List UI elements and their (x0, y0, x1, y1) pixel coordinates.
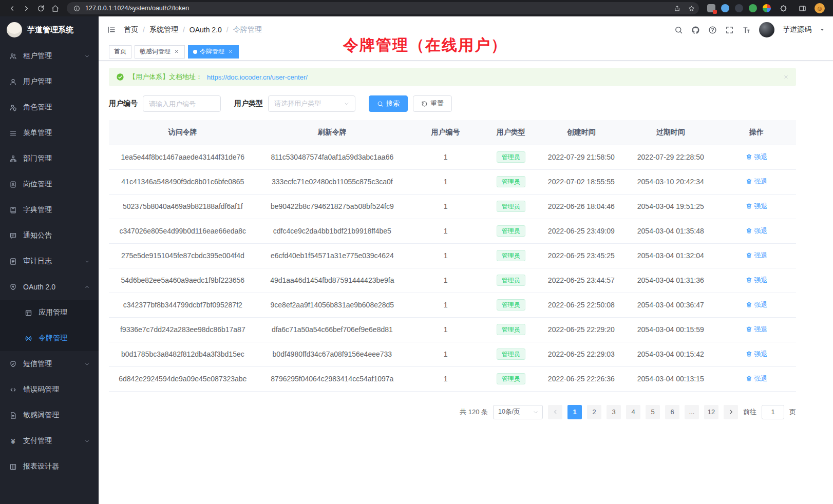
user-type-badge: 管理员 (497, 225, 525, 237)
search-icon[interactable] (674, 26, 683, 34)
breadcrumb-separator: / (226, 26, 229, 34)
share-icon[interactable] (671, 3, 683, 14)
sidebar-item-dept[interactable]: 部门管理 (0, 146, 99, 171)
extension-icon[interactable] (721, 4, 729, 12)
delete-icon (746, 326, 752, 333)
caret-down-icon[interactable] (820, 27, 825, 32)
user-type-cell: 管理员 (483, 293, 538, 317)
filter-bar: 用户编号 用户类型 请选择用户类型 搜索 重置 (109, 95, 796, 112)
page-button-5[interactable]: 5 (646, 405, 660, 419)
sidebar-item-post[interactable]: 岗位管理 (0, 171, 99, 197)
table-header-row: 访问令牌刷新令牌用户编号用户类型创建时间过期时间操作 (109, 120, 796, 145)
site-info-icon[interactable] (71, 3, 82, 14)
created-time-cell: 2022-06-25 22:29:03 (538, 342, 624, 366)
user-type-select[interactable]: 请选择用户类型 (268, 95, 355, 112)
column-header: 过期时间 (624, 120, 717, 145)
tab-label: 敏感词管理 (140, 47, 171, 56)
extension-icon[interactable] (763, 4, 771, 12)
sidebar-item-dict[interactable]: 字典管理 (0, 197, 99, 223)
extension-icon[interactable] (735, 4, 743, 12)
sidebar-item-label: 菜单管理 (23, 128, 52, 138)
breadcrumb-item[interactable]: 首页 (124, 25, 138, 34)
fullscreen-icon[interactable] (725, 26, 734, 34)
created-time-cell: 2022-06-25 23:45:25 (538, 243, 624, 268)
page-size-select[interactable]: 10条/页 (493, 405, 543, 419)
font-size-icon[interactable] (742, 26, 751, 34)
back-icon[interactable] (5, 2, 18, 15)
column-header: 用户编号 (408, 120, 483, 145)
next-page-button[interactable] (724, 405, 738, 419)
search-button[interactable]: 搜索 (369, 95, 408, 112)
tab-sensitive-word[interactable]: 敏感词管理 (135, 45, 185, 59)
user-name[interactable]: 芋道源码 (783, 25, 811, 34)
force-logout-button[interactable]: 强退 (746, 374, 768, 383)
more-pages-button[interactable]: ... (685, 405, 699, 419)
action-cell: 强退 (717, 169, 796, 194)
breadcrumb-item[interactable]: OAuth 2.0 (190, 26, 222, 34)
force-logout-button[interactable]: 强退 (746, 276, 768, 285)
chevron-down-icon (344, 101, 350, 107)
reload-icon[interactable] (34, 2, 47, 15)
help-icon[interactable] (708, 26, 717, 34)
action-cell: 强退 (717, 293, 796, 317)
bookmark-star-icon[interactable] (686, 3, 697, 14)
sidebar-item-user[interactable]: 用户管理 (0, 69, 99, 94)
search-icon (377, 101, 384, 107)
page-button-6[interactable]: 6 (665, 405, 679, 419)
tab-token[interactable]: 令牌管理 (188, 45, 239, 59)
sidebar-item-sensitive-word[interactable]: 敏感词管理 (0, 402, 99, 428)
user-avatar[interactable] (759, 22, 774, 37)
sidebar-item-oauth2-token[interactable]: 令牌管理 (0, 325, 99, 351)
user-id-input[interactable] (143, 95, 221, 112)
force-logout-button[interactable]: 强退 (746, 226, 768, 236)
forward-icon[interactable] (20, 2, 33, 15)
alert-close-icon[interactable] (783, 74, 789, 80)
page-button-1[interactable]: 1 (567, 405, 582, 419)
address-bar[interactable]: 127.0.0.1:1024/system/oauth2/token (67, 2, 699, 14)
log-icon (9, 258, 17, 265)
chevron-down-icon (84, 361, 90, 367)
hamburger-icon[interactable] (107, 25, 116, 34)
tab-home[interactable]: 首页 (109, 45, 131, 59)
goto-page-input[interactable] (762, 405, 784, 419)
page-button-2[interactable]: 2 (587, 405, 601, 419)
sidebar-item-report[interactable]: 报表设计器 (0, 454, 99, 479)
home-icon[interactable] (48, 2, 62, 15)
page-button-12[interactable]: 12 (704, 405, 718, 419)
sidebar-item-notice[interactable]: 通知公告 (0, 223, 99, 248)
sidebar-item-error-code[interactable]: 错误码管理 (0, 377, 99, 402)
puzzle-icon[interactable] (777, 2, 790, 15)
sidebar-item-sms[interactable]: 短信管理 (0, 351, 99, 377)
tab-close-icon[interactable] (227, 48, 234, 55)
sidebar-item-role[interactable]: 角色管理 (0, 94, 99, 120)
extension-icon[interactable] (749, 4, 757, 12)
page-button-4[interactable]: 4 (626, 405, 640, 419)
side-panel-icon[interactable] (796, 2, 809, 15)
force-logout-button[interactable]: 强退 (746, 300, 768, 309)
chevron-down-icon (84, 259, 90, 264)
force-logout-button[interactable]: 强退 (746, 152, 768, 162)
sidebar-item-pay[interactable]: ¥ 支付管理 (0, 428, 99, 454)
prev-page-button[interactable] (548, 405, 562, 419)
sidebar-item-tenant[interactable]: 租户管理 (0, 43, 99, 69)
user-id-cell: 1 (408, 243, 483, 268)
extension-badge-icon[interactable] (707, 4, 715, 12)
tab-close-icon[interactable] (173, 48, 180, 55)
sidebar-item-audit-log[interactable]: 审计日志 (0, 248, 99, 274)
force-logout-button[interactable]: 强退 (746, 202, 768, 211)
alert-link[interactable]: https://doc.iocoder.cn/user-center/ (207, 73, 308, 81)
breadcrumb-item[interactable]: 系统管理 (149, 25, 178, 34)
browser-profile-avatar[interactable]: ☺ (815, 3, 825, 13)
sidebar-item-oauth2-app[interactable]: 应用管理 (0, 300, 99, 325)
force-logout-button[interactable]: 强退 (746, 177, 768, 186)
reset-button[interactable]: 重置 (413, 95, 452, 112)
page-button-3[interactable]: 3 (607, 405, 621, 419)
sidebar-item-menu[interactable]: 菜单管理 (0, 120, 99, 146)
force-logout-button[interactable]: 强退 (746, 251, 768, 260)
user-type-badge: 管理员 (497, 176, 525, 187)
sidebar-item-oauth2[interactable]: OAuth 2.0 (0, 274, 99, 300)
force-logout-button[interactable]: 强退 (746, 350, 768, 359)
table-row: 54d6be82ee5a460a9aedc1f9bf223656 49d1aa4… (109, 268, 796, 293)
github-icon[interactable] (691, 26, 700, 34)
force-logout-button[interactable]: 强退 (746, 325, 768, 334)
